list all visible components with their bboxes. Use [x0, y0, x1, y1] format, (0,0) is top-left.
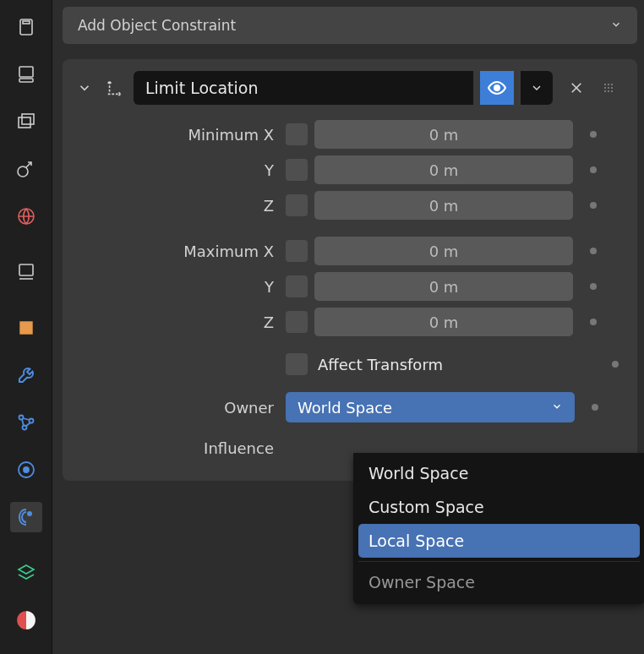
chevron-down-icon	[551, 401, 563, 415]
svg-point-23	[611, 84, 613, 85]
keyframe-dot[interactable]	[590, 248, 597, 254]
svg-rect-10	[20, 322, 32, 334]
svg-point-21	[604, 84, 606, 85]
value-min-x[interactable]: 0 m	[314, 120, 573, 149]
dropdown-separator	[358, 561, 640, 562]
constraint-type-dropdown[interactable]	[521, 71, 553, 105]
check-affect-transform[interactable]	[286, 353, 308, 375]
row-max-z: Z 0 m	[73, 308, 619, 336]
keyframe-dot[interactable]	[592, 404, 598, 411]
check-max-y[interactable]	[286, 275, 308, 297]
reorder-grip[interactable]	[598, 78, 619, 98]
svg-point-18	[494, 85, 499, 90]
value-max-x[interactable]: 0 m	[314, 237, 573, 265]
svg-rect-5	[22, 114, 34, 124]
object-box-icon	[16, 318, 36, 338]
value-min-y[interactable]: 0 m	[314, 155, 573, 184]
row-max-x: Maximum X 0 m	[73, 237, 619, 265]
object-icon	[16, 262, 36, 282]
keyframe-dot[interactable]	[590, 202, 597, 209]
tab-physics[interactable]	[10, 455, 42, 485]
svg-rect-4	[19, 117, 30, 128]
svg-point-29	[611, 90, 613, 92]
particles-icon	[16, 412, 36, 433]
delete-constraint-button[interactable]	[565, 76, 588, 100]
label-influence: Influence	[73, 439, 279, 457]
render-icon	[16, 17, 36, 37]
value-min-z[interactable]: 0 m	[314, 191, 573, 220]
output-icon	[16, 64, 36, 84]
grip-icon	[602, 81, 615, 95]
keyframe-dot[interactable]	[590, 319, 597, 325]
label-min-y: Y	[73, 161, 279, 179]
tab-world[interactable]	[10, 201, 42, 232]
constraints-icon	[16, 507, 36, 527]
svg-point-22	[608, 84, 609, 85]
tab-modifiers[interactable]	[10, 360, 42, 390]
constraint-name-field[interactable]: Limit Location	[134, 71, 473, 105]
tab-data[interactable]	[10, 558, 42, 588]
tab-particles[interactable]	[10, 407, 42, 438]
svg-point-6	[18, 166, 28, 177]
dropdown-item-world-space[interactable]: World Space	[358, 456, 640, 490]
tab-object[interactable]	[10, 257, 42, 287]
keyframe-dot[interactable]	[590, 131, 597, 138]
visibility-toggle[interactable]	[480, 71, 514, 105]
modifiers-icon	[16, 365, 36, 385]
label-max-z: Z	[73, 313, 279, 331]
check-max-z[interactable]	[286, 311, 308, 333]
chevron-down-icon	[77, 80, 92, 95]
dropdown-section-header: Owner Space	[358, 565, 640, 599]
check-min-x[interactable]	[286, 123, 308, 145]
svg-point-28	[608, 90, 609, 92]
collapse-button[interactable]	[73, 76, 96, 100]
close-icon	[569, 80, 584, 95]
label-max-x: Maximum X	[73, 243, 279, 260]
tab-object-props[interactable]	[10, 313, 42, 343]
label-affect-transform: Affect Transform	[314, 356, 595, 373]
check-max-x[interactable]	[286, 240, 308, 262]
svg-rect-8	[19, 264, 33, 275]
svg-point-24	[604, 87, 606, 89]
constraint-panel-header: Limit Location	[73, 71, 619, 105]
svg-rect-3	[19, 79, 33, 82]
label-min-x: Minimum X	[73, 126, 279, 144]
dropdown-item-custom-space[interactable]: Custom Space	[358, 490, 640, 524]
data-icon	[16, 563, 36, 583]
tab-render[interactable]	[10, 12, 42, 42]
tab-constraints[interactable]	[10, 502, 42, 532]
owner-select-value: World Space	[297, 399, 392, 417]
row-min-x: Minimum X 0 m	[73, 120, 619, 149]
label-owner: Owner	[73, 399, 279, 417]
chevron-down-icon	[530, 81, 543, 95]
tab-scene[interactable]	[10, 154, 42, 184]
keyframe-dot[interactable]	[612, 361, 619, 368]
check-min-z[interactable]	[286, 194, 308, 216]
axis-icon	[106, 79, 124, 97]
tab-material[interactable]	[10, 605, 42, 635]
row-affect-transform: Affect Transform	[73, 353, 619, 375]
svg-point-26	[611, 87, 613, 89]
physics-icon	[16, 460, 36, 480]
chevron-down-icon	[610, 19, 622, 33]
owner-select[interactable]: World Space	[286, 392, 575, 422]
keyframe-dot[interactable]	[590, 283, 597, 290]
svg-point-16	[28, 512, 31, 515]
svg-point-11	[19, 416, 23, 420]
panel-mode-button[interactable]	[103, 76, 127, 100]
add-constraint-button[interactable]: Add Object Constraint	[63, 7, 637, 44]
scene-icon	[16, 159, 36, 179]
keyframe-dot[interactable]	[590, 166, 597, 173]
dropdown-item-local-space[interactable]: Local Space	[358, 524, 640, 558]
material-icon	[15, 609, 37, 631]
value-max-y[interactable]: 0 m	[314, 272, 573, 301]
tab-output[interactable]	[10, 59, 42, 90]
constraint-name-text: Limit Location	[145, 79, 259, 97]
view-layers-icon	[16, 112, 36, 132]
constraint-panel: Limit Location Minimum X 0 m Y	[63, 59, 637, 481]
value-max-z[interactable]: 0 m	[314, 308, 573, 336]
tab-view-layers[interactable]	[10, 106, 42, 137]
check-min-y[interactable]	[286, 159, 308, 181]
label-max-y: Y	[73, 278, 279, 296]
eye-icon	[487, 78, 507, 98]
